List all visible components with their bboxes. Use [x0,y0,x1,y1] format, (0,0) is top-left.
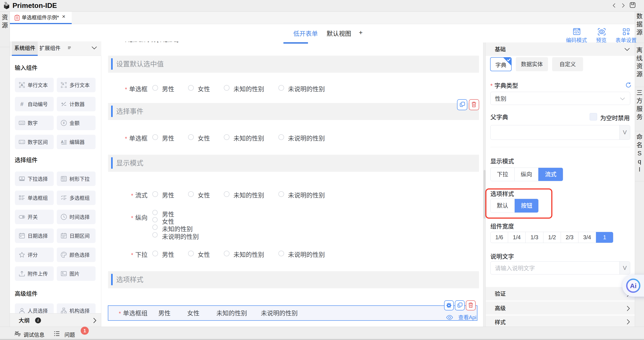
svg-text:1~3: 1~3 [20,141,24,143]
svg-text:A: A [61,140,64,144]
svg-text:123: 123 [20,122,24,124]
svg-text:¥: ¥ [63,121,65,125]
svg-text:A: A [20,83,23,87]
svg-text:#: # [20,101,24,107]
svg-text:Ai: Ai [630,282,636,289]
svg-text:A: A [62,83,64,86]
